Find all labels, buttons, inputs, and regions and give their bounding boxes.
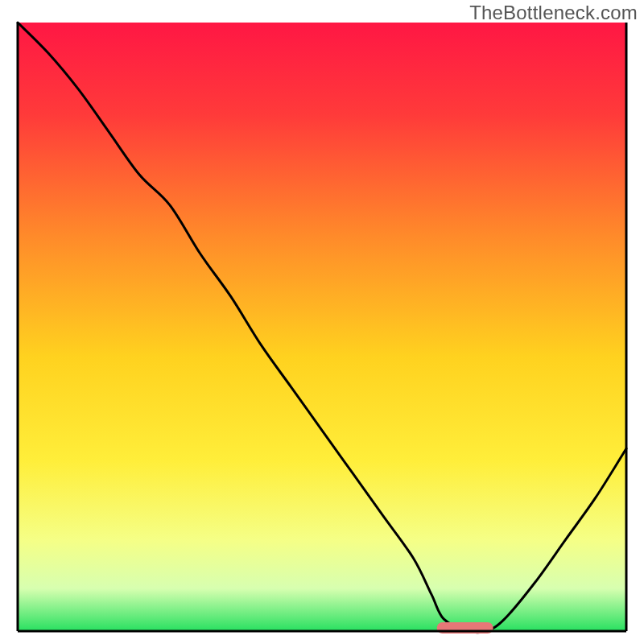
plot-area bbox=[18, 23, 626, 631]
watermark-text: TheBottleneck.com bbox=[469, 2, 638, 24]
bottleneck-chart bbox=[0, 0, 644, 644]
chart-canvas: { "watermark": "TheBottleneck.com", "mar… bbox=[0, 0, 644, 644]
